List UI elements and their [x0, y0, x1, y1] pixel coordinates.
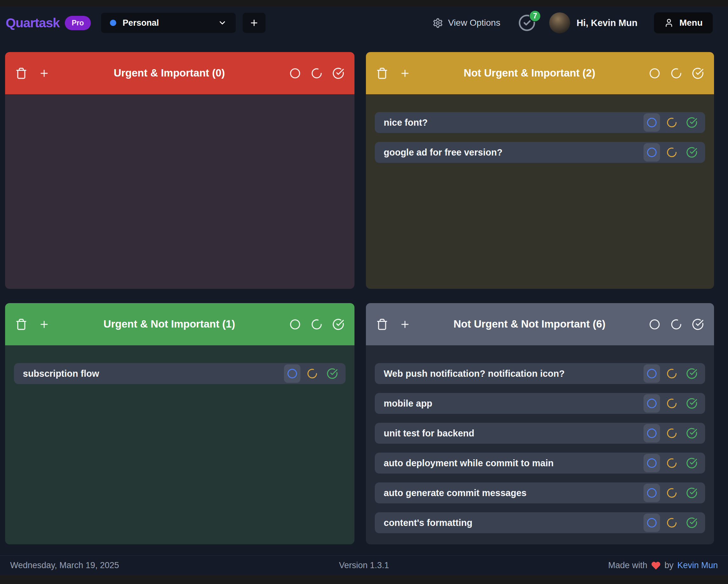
check-circle-icon: [686, 147, 698, 158]
status-in-progress-button[interactable]: [664, 484, 680, 502]
quadrant-title: Not Urgent & Important (2): [417, 65, 642, 82]
status-todo-button[interactable]: [644, 143, 660, 162]
task-row[interactable]: unit test for backend: [375, 423, 705, 444]
status-done-button[interactable]: [324, 364, 340, 383]
quadrant-body: Web push notification? notification icon…: [366, 345, 714, 544]
plus-icon: [399, 319, 410, 330]
add-task-button[interactable]: [399, 319, 410, 330]
add-task-button[interactable]: [39, 319, 50, 330]
task-row[interactable]: mobile app: [375, 393, 705, 414]
status-todo-button[interactable]: [644, 424, 660, 442]
task-title: Web push notification? notification icon…: [384, 368, 644, 379]
arc-icon: [666, 517, 677, 528]
check-circle-icon: [692, 67, 704, 79]
filter-todo-button[interactable]: [649, 67, 661, 79]
task-title: nice font?: [384, 117, 644, 128]
task-title: auto generate commit messages: [384, 488, 644, 498]
quadrant-card-4: Not Urgent & Not Important (6) Web push …: [366, 303, 714, 544]
filter-in-progress-button[interactable]: [670, 318, 682, 330]
quadrant-card-3: Urgent & Not Important (1) subscription …: [5, 303, 355, 544]
status-done-button[interactable]: [683, 113, 700, 132]
filter-done-button[interactable]: [692, 67, 704, 79]
view-options-button[interactable]: View Options: [433, 18, 500, 28]
filter-todo-button[interactable]: [289, 318, 301, 330]
circle-icon: [289, 67, 301, 79]
arc-icon: [311, 318, 323, 330]
arc-icon: [666, 427, 677, 439]
avatar[interactable]: [549, 12, 570, 33]
workspace-selector[interactable]: Personal: [101, 13, 236, 33]
menu-button[interactable]: Menu: [654, 12, 713, 33]
completed-tasks-indicator[interactable]: 7: [518, 14, 536, 32]
plus-icon: [39, 68, 50, 79]
credit-made-with: Made with: [608, 560, 647, 571]
delete-tasks-button[interactable]: [15, 318, 27, 330]
check-circle-icon: [327, 368, 338, 379]
plus-icon: [399, 68, 410, 79]
status-done-button[interactable]: [683, 424, 700, 442]
status-in-progress-button[interactable]: [664, 113, 680, 132]
task-row[interactable]: auto generate commit messages: [375, 482, 705, 503]
task-row[interactable]: Web push notification? notification icon…: [375, 363, 705, 384]
circle-icon: [646, 457, 657, 469]
trash-icon: [15, 67, 27, 79]
circle-icon: [649, 318, 661, 330]
filter-done-button[interactable]: [332, 67, 344, 79]
completed-count-badge: 7: [529, 10, 541, 22]
filter-in-progress-button[interactable]: [311, 318, 323, 330]
filter-todo-button[interactable]: [289, 67, 301, 79]
add-workspace-button[interactable]: [243, 13, 265, 33]
task-actions: [644, 364, 700, 383]
status-todo-button[interactable]: [644, 394, 660, 413]
arc-icon: [670, 67, 682, 79]
workspace-color-dot: [110, 20, 116, 26]
arc-icon: [311, 67, 323, 79]
task-row[interactable]: subscription flow: [14, 363, 345, 384]
status-in-progress-button[interactable]: [664, 143, 680, 162]
author-link[interactable]: Kevin Mun: [677, 560, 718, 571]
check-circle-icon: [686, 398, 698, 409]
filter-done-button[interactable]: [692, 318, 704, 330]
task-row[interactable]: nice font?: [375, 112, 705, 133]
delete-tasks-button[interactable]: [376, 318, 388, 330]
status-todo-button[interactable]: [644, 484, 660, 502]
add-task-button[interactable]: [39, 68, 50, 79]
status-done-button[interactable]: [683, 513, 700, 532]
task-row[interactable]: content's formatting: [375, 512, 705, 533]
status-done-button[interactable]: [683, 394, 700, 413]
task-actions: [644, 143, 700, 162]
footer-date: Wednesday, March 19, 2025: [10, 560, 246, 571]
quadrant-body: subscription flow: [5, 345, 355, 544]
status-todo-button[interactable]: [644, 454, 660, 472]
check-circle-icon: [686, 368, 698, 379]
delete-tasks-button[interactable]: [15, 67, 27, 79]
status-done-button[interactable]: [683, 484, 700, 502]
quadrant-title: Urgent & Important (0): [56, 65, 283, 82]
quadrant-body: [5, 94, 355, 289]
status-in-progress-button[interactable]: [664, 364, 680, 383]
delete-tasks-button[interactable]: [376, 67, 388, 79]
circle-icon: [646, 398, 657, 409]
status-todo-button[interactable]: [284, 364, 301, 383]
status-todo-button[interactable]: [644, 513, 660, 532]
filter-in-progress-button[interactable]: [311, 67, 323, 79]
circle-icon: [646, 368, 657, 379]
filter-todo-button[interactable]: [649, 318, 661, 330]
status-done-button[interactable]: [683, 454, 700, 472]
task-title: content's formatting: [384, 518, 644, 528]
filter-done-button[interactable]: [332, 318, 344, 330]
status-in-progress-button[interactable]: [664, 424, 680, 442]
status-in-progress-button[interactable]: [304, 364, 320, 383]
status-todo-button[interactable]: [644, 364, 660, 383]
status-done-button[interactable]: [683, 364, 700, 383]
status-todo-button[interactable]: [644, 113, 660, 132]
status-in-progress-button[interactable]: [664, 394, 680, 413]
status-in-progress-button[interactable]: [664, 513, 680, 532]
status-done-button[interactable]: [683, 143, 700, 162]
task-row[interactable]: google ad for free version?: [375, 142, 705, 163]
task-actions: [644, 513, 700, 532]
add-task-button[interactable]: [399, 68, 410, 79]
status-in-progress-button[interactable]: [664, 454, 680, 472]
task-row[interactable]: auto deployment while commit to main: [375, 453, 705, 474]
filter-in-progress-button[interactable]: [670, 67, 682, 79]
